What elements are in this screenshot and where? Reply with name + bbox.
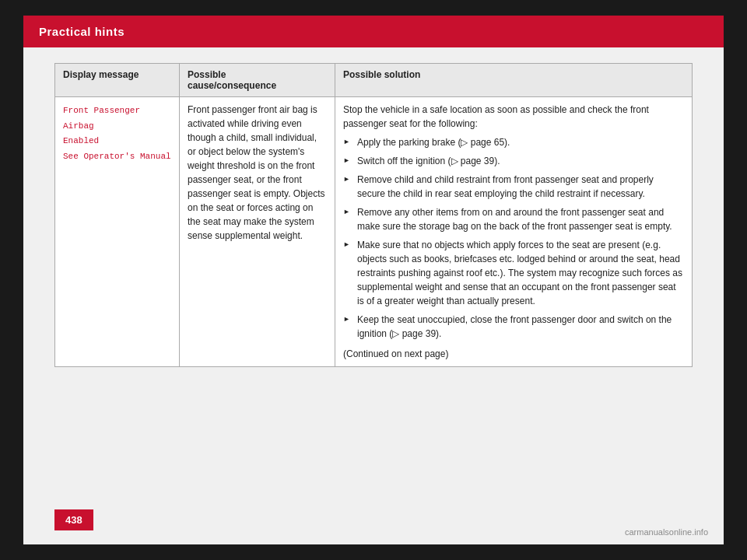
bullet-list: Apply the parking brake (▷ page 65). Swi… (343, 135, 684, 341)
display-code-text: Front Passenger Airbag Enabled See Opera… (63, 106, 171, 161)
bullet-item: Keep the seat unoccupied, close the fron… (343, 313, 684, 341)
page-number: 438 (65, 514, 82, 526)
table-row: Front Passenger Airbag Enabled See Opera… (55, 97, 693, 367)
table-header-row: Display message Possiblecause/consequenc… (55, 64, 693, 97)
bullet-item: Make sure that no objects which apply fo… (343, 238, 684, 308)
cause-cell: Front passenger front air bag is activat… (180, 97, 335, 367)
display-message-cell: Front Passenger Airbag Enabled See Opera… (55, 97, 180, 367)
col-header-cause: Possiblecause/consequence (180, 64, 335, 97)
solution-cell: Stop the vehicle in a safe location as s… (335, 97, 693, 367)
bullet-item: Apply the parking brake (▷ page 65). (343, 135, 684, 149)
bullet-item: Remove any other items from on and aroun… (343, 205, 684, 233)
page: Practical hints Display message Possible… (23, 16, 724, 544)
bullet-item: Remove child and child restraint from fr… (343, 173, 684, 201)
hints-table: Display message Possiblecause/consequenc… (54, 63, 693, 367)
continued-text: (Continued on next page) (343, 347, 684, 361)
col-header-display: Display message (55, 64, 180, 97)
page-title: Practical hints (39, 25, 708, 38)
col-header-solution: Possible solution (335, 64, 693, 97)
page-number-box: 438 (54, 509, 93, 530)
cause-text: Front passenger front air bag is activat… (188, 104, 325, 241)
solution-intro: Stop the vehicle in a safe location as s… (343, 104, 649, 129)
header-bar: Practical hints (23, 16, 724, 47)
bullet-item: Switch off the ignition (▷ page 39). (343, 154, 684, 168)
watermark: carmanualsonline.info (625, 527, 708, 537)
content-area: Display message Possiblecause/consequenc… (23, 63, 724, 367)
